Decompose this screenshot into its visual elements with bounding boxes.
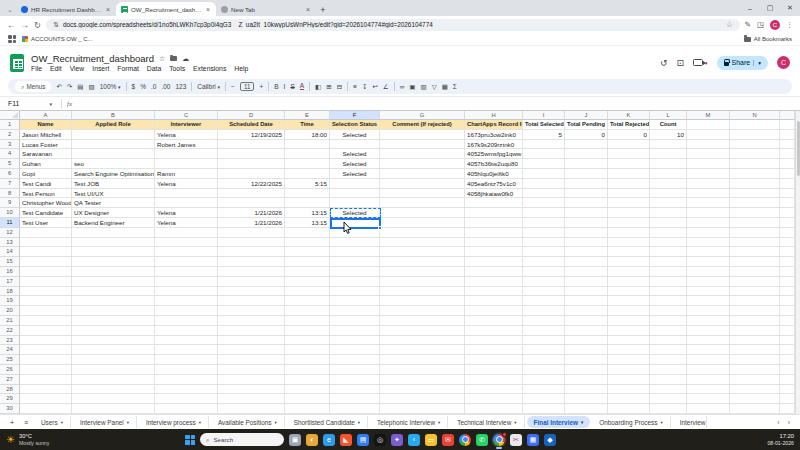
tab-close-icon[interactable]: × (105, 6, 111, 13)
cell-partial[interactable] (780, 316, 795, 326)
cell-I4[interactable] (523, 149, 565, 159)
spreadsheet-grid[interactable]: ABCDEFGHIJKLMN 1NameApplied RoleIntervie… (0, 111, 800, 414)
cell-B3[interactable] (72, 140, 155, 150)
fill-color-icon[interactable]: ◧ (315, 83, 321, 91)
cell-H4[interactable]: 40525wmsfpg1qww (465, 149, 523, 159)
cell-J12[interactable] (565, 228, 608, 238)
sheet-tab-caret-icon[interactable]: ▾ (358, 420, 360, 425)
borders-icon[interactable]: ⊞ (326, 83, 331, 91)
cell-N14[interactable] (730, 247, 780, 257)
cell-C15[interactable] (155, 257, 218, 267)
cell-H5[interactable]: 4057b36tw2uqu80 (465, 159, 523, 169)
cell-M17[interactable] (687, 277, 730, 287)
cell-I18[interactable] (523, 287, 565, 297)
cell-C29[interactable] (155, 394, 218, 404)
cell-D30[interactable] (218, 404, 285, 414)
cell-C1[interactable]: Interviewer (155, 120, 218, 130)
bold-icon[interactable]: B (274, 83, 278, 90)
cell-F22[interactable] (330, 326, 380, 336)
cell-J22[interactable] (565, 326, 608, 336)
cell-M13[interactable] (687, 238, 730, 248)
cell-J16[interactable] (565, 267, 608, 277)
edge-icon[interactable]: e (323, 434, 335, 446)
sheet-nav-prev-icon[interactable]: ‹ (777, 419, 779, 426)
cell-K4[interactable] (608, 149, 650, 159)
close-button[interactable]: ✕ (780, 0, 800, 16)
cell-D10[interactable]: 1/21/2026 (218, 208, 285, 218)
cell-M9[interactable] (687, 198, 730, 208)
more-formats-icon[interactable]: 123 (175, 83, 186, 90)
cell-E20[interactable] (285, 306, 330, 316)
cell-G14[interactable] (380, 247, 465, 257)
undo-icon[interactable]: ↶ (56, 83, 61, 91)
row-header-6[interactable]: 6 (0, 169, 20, 179)
sheet-tab-available-positions[interactable]: Available Positions▾ (211, 416, 285, 428)
cell-M18[interactable] (687, 287, 730, 297)
share-button[interactable]: Share ▾ (717, 56, 768, 70)
cell-E17[interactable] (285, 277, 330, 287)
whatsapp-icon[interactable]: ✆ (476, 434, 488, 446)
cell-G17[interactable] (380, 277, 465, 287)
cell-C12[interactable] (155, 228, 218, 238)
cell-E15[interactable] (285, 257, 330, 267)
cell-M11[interactable] (687, 218, 730, 228)
cell-J29[interactable] (565, 394, 608, 404)
sheet-tab-caret-icon[interactable]: ▾ (127, 420, 129, 425)
cell-L9[interactable] (650, 198, 687, 208)
cell-K16[interactable] (608, 267, 650, 277)
cell-D12[interactable] (218, 228, 285, 238)
cell-J13[interactable] (565, 238, 608, 248)
cell-F6[interactable]: Selected (330, 169, 380, 179)
sheet-nav-next-icon[interactable]: › (788, 419, 790, 426)
cell-D28[interactable] (218, 385, 285, 395)
cell-L14[interactable] (650, 247, 687, 257)
font-size-input[interactable]: 11 (240, 82, 255, 91)
cell-A29[interactable] (20, 394, 72, 404)
cell-G3[interactable] (380, 140, 465, 150)
sheet-tab-caret-icon[interactable]: ▾ (660, 420, 662, 425)
cell-D13[interactable] (218, 238, 285, 248)
cell-F8[interactable] (330, 189, 380, 199)
cell-G18[interactable] (380, 287, 465, 297)
cell-N16[interactable] (730, 267, 780, 277)
cell-E10[interactable]: 13:15 (285, 208, 330, 218)
cell-M2[interactable] (687, 130, 730, 140)
cell-partial[interactable] (780, 267, 795, 277)
cell-A2[interactable]: Jason Mitchell (20, 130, 72, 140)
column-header-K[interactable]: K (608, 111, 650, 120)
cell-partial[interactable] (780, 169, 795, 179)
cell-H16[interactable] (465, 267, 523, 277)
cell-A25[interactable] (20, 355, 72, 365)
cell-K20[interactable] (608, 306, 650, 316)
cell-M8[interactable] (687, 189, 730, 199)
menu-help[interactable]: Help (234, 65, 248, 72)
cell-B26[interactable] (72, 365, 155, 375)
cell-D24[interactable] (218, 345, 285, 355)
document-title[interactable]: OW_Recruitment_dashboard (31, 53, 154, 64)
row-header-30[interactable]: 30 (0, 404, 20, 414)
sheet-tab-caret-icon[interactable]: ▾ (274, 420, 276, 425)
cell-C5[interactable] (155, 159, 218, 169)
cell-C26[interactable] (155, 365, 218, 375)
vertical-align-icon[interactable]: ↧ (362, 83, 367, 91)
weather-widget[interactable]: ☀ 30°C Mostly sunny (6, 433, 49, 446)
row-header-25[interactable]: 25 (0, 355, 20, 365)
cell-M3[interactable] (687, 140, 730, 150)
cell-L23[interactable] (650, 336, 687, 346)
cell-G10[interactable] (380, 208, 465, 218)
row-header-23[interactable]: 23 (0, 336, 20, 346)
cell-J25[interactable] (565, 355, 608, 365)
cell-D9[interactable] (218, 198, 285, 208)
cell-K18[interactable] (608, 287, 650, 297)
cell-K10[interactable] (608, 208, 650, 218)
cell-H1[interactable]: ChartApps Record ID (465, 120, 523, 130)
cell-C8[interactable] (155, 189, 218, 199)
row-header-3[interactable]: 3 (0, 140, 20, 150)
cell-L30[interactable] (650, 404, 687, 414)
cell-F4[interactable]: Selected (330, 149, 380, 159)
cell-E13[interactable] (285, 238, 330, 248)
menu-edit[interactable]: Edit (50, 65, 62, 72)
cell-K15[interactable] (608, 257, 650, 267)
sheet-tab-interview[interactable]: Interview (673, 416, 707, 428)
cell-F16[interactable] (330, 267, 380, 277)
